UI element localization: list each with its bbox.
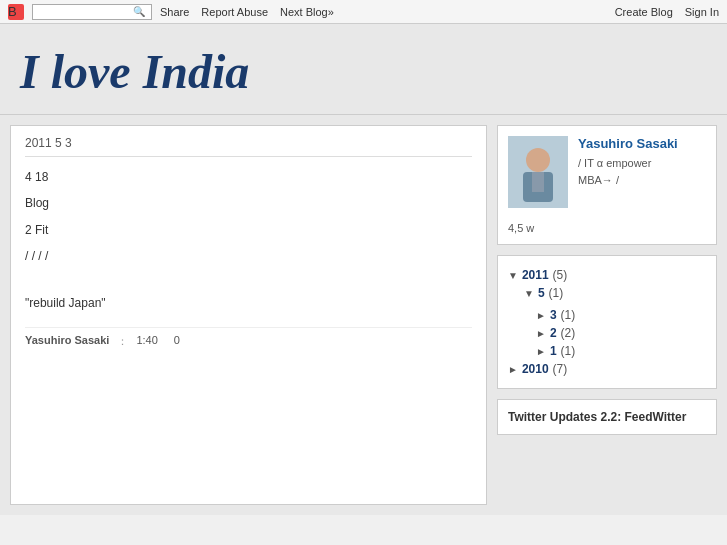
archive-month-2[interactable]: 2 — [550, 326, 557, 340]
post-subdate: 4 18 — [25, 167, 472, 187]
post-author: Yasuhiro Sasaki — [25, 334, 109, 349]
next-blog-link[interactable]: Next Blog» — [280, 6, 334, 18]
content-area: 2011 5 3 4 18 Blog 2 Fit / / / / "rebuil… — [10, 125, 487, 505]
profile-top: Yasuhiro Sasaki / IT α empower MBA→ / — [508, 136, 706, 208]
archive-arrow-1: ► — [536, 346, 546, 357]
post-sublabel: Blog — [25, 193, 472, 213]
search-box[interactable]: 🔍 — [32, 4, 152, 20]
profile-desc-line1: / IT α empower — [578, 155, 706, 172]
archive-item-2011-3[interactable]: ► 3 (1) — [508, 306, 706, 324]
post-footer: Yasuhiro Sasaki ： 1:40 0 — [25, 327, 472, 349]
sign-in-link[interactable]: Sign In — [685, 6, 719, 18]
archive-arrow-5: ▼ — [524, 288, 534, 299]
archive-month-5[interactable]: 5 — [538, 286, 545, 300]
post-line1: 2 Fit — [25, 220, 472, 240]
navbar: B 🔍 Share Report Abuse Next Blog» Create… — [0, 0, 727, 24]
svg-point-2 — [526, 148, 550, 172]
search-input[interactable] — [33, 6, 133, 18]
archive-item-2010[interactable]: ► 2010 (7) — [508, 360, 706, 378]
svg-rect-3 — [532, 172, 544, 192]
archive-item-2011-1[interactable]: ► 1 (1) — [508, 342, 706, 360]
report-abuse-link[interactable]: Report Abuse — [201, 6, 268, 18]
archive-year-2011[interactable]: 2011 — [522, 268, 549, 282]
archive-count-2010: (7) — [553, 362, 568, 376]
right-links: Create Blog Sign In — [615, 6, 719, 18]
blog-header: I love India — [0, 24, 727, 115]
post-quote: "rebuild Japan" — [25, 293, 472, 313]
archive-count-2: (2) — [561, 326, 576, 340]
sidebar: Yasuhiro Sasaki / IT α empower MBA→ / 4,… — [497, 125, 717, 505]
post-date: 2011 5 3 — [25, 136, 472, 157]
profile-widget: Yasuhiro Sasaki / IT α empower MBA→ / 4,… — [497, 125, 717, 245]
twitter-widget-title: Twitter Updates 2.2: FeedWitter — [508, 410, 706, 424]
archive-count-3: (1) — [561, 308, 576, 322]
archive-arrow-2011: ▼ — [508, 270, 518, 281]
archive-count-1: (1) — [561, 344, 576, 358]
archive-count-5: (1) — [549, 286, 564, 300]
archive-year-2010[interactable]: 2010 — [522, 362, 549, 376]
profile-info: Yasuhiro Sasaki / IT α empower MBA→ / — [578, 136, 706, 208]
profile-stat: 4,5 w — [508, 222, 706, 234]
profile-photo — [508, 136, 568, 208]
archive-item-2011[interactable]: ▼ 2011 (5) — [508, 266, 706, 284]
main-layout: 2011 5 3 4 18 Blog 2 Fit / / / / "rebuil… — [0, 115, 727, 515]
post-comments[interactable]: 0 — [174, 334, 180, 349]
blogger-logo: B — [8, 4, 24, 20]
share-link[interactable]: Share — [160, 6, 189, 18]
archive-arrow-3: ► — [536, 310, 546, 321]
archive-count-2011: (5) — [553, 268, 568, 282]
archive-month-1[interactable]: 1 — [550, 344, 557, 358]
post-line2: / / / / — [25, 246, 472, 266]
archive-arrow-2010: ► — [508, 364, 518, 375]
archive-widget: ▼ 2011 (5) ▼ 5 (1) ► 3 (1) ► 2 (2) ► — [497, 255, 717, 389]
archive-arrow-2: ► — [536, 328, 546, 339]
archive-item-2011-5[interactable]: ▼ 5 (1) — [508, 284, 706, 302]
create-blog-link[interactable]: Create Blog — [615, 6, 673, 18]
profile-desc-line2: MBA→ / — [578, 172, 706, 189]
search-button[interactable]: 🔍 — [133, 6, 145, 17]
post-time[interactable]: 1:40 — [136, 334, 157, 349]
archive-month-3[interactable]: 3 — [550, 308, 557, 322]
twitter-widget: Twitter Updates 2.2: FeedWitter — [497, 399, 717, 435]
post-body: 4 18 Blog 2 Fit / / / / "rebuild Japan" — [25, 167, 472, 313]
archive-item-2011-2[interactable]: ► 2 (2) — [508, 324, 706, 342]
blog-title: I love India — [20, 44, 707, 99]
nav-links: Share Report Abuse Next Blog» — [160, 6, 334, 18]
profile-name[interactable]: Yasuhiro Sasaki — [578, 136, 706, 151]
